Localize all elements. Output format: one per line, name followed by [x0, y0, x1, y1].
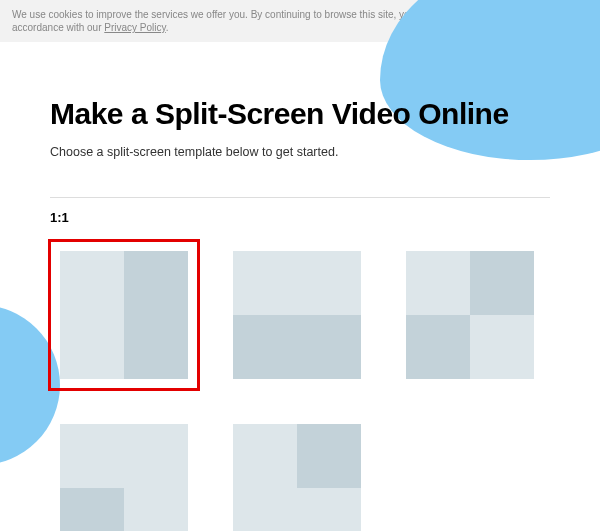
template-cell	[60, 424, 188, 488]
page-title: Make a Split-Screen Video Online	[50, 97, 550, 131]
template-split-horizontal[interactable]	[223, 241, 371, 389]
cookie-text-after: .	[166, 22, 169, 33]
template-grid	[50, 241, 550, 531]
template-cell	[406, 251, 470, 315]
template-cell	[470, 251, 534, 315]
section-divider	[50, 197, 550, 198]
template-cell	[406, 315, 470, 379]
template-cell	[297, 424, 361, 488]
template-split-vertical[interactable]	[50, 241, 198, 389]
template-cell	[233, 251, 361, 315]
template-cell	[60, 488, 124, 531]
template-cell	[470, 315, 534, 379]
template-cell	[124, 488, 188, 531]
template-cell	[60, 251, 124, 379]
template-two-over-one[interactable]	[223, 414, 371, 531]
template-one-over-two[interactable]	[50, 414, 198, 531]
template-cell	[233, 488, 361, 531]
template-cell	[233, 424, 297, 488]
main-content: Make a Split-Screen Video Online Choose …	[0, 42, 600, 531]
page-subtitle: Choose a split-screen template below to …	[50, 145, 550, 159]
aspect-ratio-label: 1:1	[50, 210, 550, 225]
template-cell	[124, 251, 188, 379]
privacy-policy-link[interactable]: Privacy Policy	[104, 22, 166, 33]
template-quad[interactable]	[396, 241, 544, 389]
template-cell	[233, 315, 361, 379]
